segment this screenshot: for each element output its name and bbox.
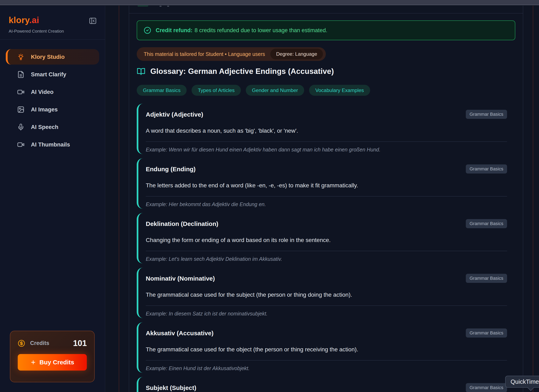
card-example: Example: Let's learn sech Adjektiv Dekli…: [146, 256, 507, 262]
card-category-badge: Grammar Basics: [466, 110, 507, 119]
banner-message: 8 credits refunded due to lower usage th…: [195, 27, 327, 34]
scrolled-element-edge: [160, 6, 161, 7]
card-divider: [146, 251, 507, 251]
card-term: Subjekt (Subject): [146, 383, 196, 391]
card-definition: The letters added to the end of a word (…: [146, 182, 507, 189]
card-example: Example: Einen Hund ist der Akkusativobj…: [146, 365, 507, 371]
audience-text: This material is tailored for Student • …: [144, 51, 265, 57]
quicktime-tooltip-label: QuickTime: [510, 378, 539, 385]
sidebar-item-ai-thumbnails[interactable]: AI Thumbnails: [6, 137, 99, 152]
sidebar-item-ai-speech[interactable]: AI Speech: [6, 119, 99, 135]
credits-value: 101: [73, 339, 87, 348]
banner-text: Credit refund:8 credits refunded due to …: [156, 27, 327, 34]
sidebar-item-label: Klory Studio: [31, 54, 65, 60]
card-category-badge: Grammar Basics: [466, 165, 507, 174]
credits-card: Credits 101 Buy Credits: [10, 331, 95, 382]
card-example: Example: Wenn wir für diesen Hund einen …: [146, 147, 507, 153]
microphone-icon: [17, 123, 24, 131]
scrolled-element-edge: [138, 5, 148, 6]
document-icon: [17, 71, 24, 78]
card-divider: [146, 196, 507, 196]
lightbulb-icon: [17, 53, 24, 61]
sidebar-item-ai-images[interactable]: AI Images: [6, 102, 99, 117]
card-category-badge: Grammar Basics: [466, 219, 507, 228]
sidebar-collapse-icon[interactable]: [88, 17, 97, 25]
main-panel: Credit refund:8 credits refunded due to …: [129, 5, 523, 392]
credits-label: Credits: [30, 340, 49, 346]
card-term: Endung (Ending): [146, 165, 196, 173]
sidebar-item-label: AI Images: [31, 106, 58, 113]
sidebar-item-label: AI Thumbnails: [31, 141, 70, 148]
buy-credits-button[interactable]: Buy Credits: [18, 354, 87, 371]
dollar-coin-icon: [18, 340, 25, 347]
card-term: Akkusativ (Accusative): [146, 329, 213, 337]
scrolled-content-remnant: [129, 5, 523, 13]
card-term: Deklination (Declination): [146, 219, 218, 227]
app-logo: klory.ai: [9, 16, 39, 24]
card-definition: The grammatical case used for the object…: [146, 346, 507, 353]
card-category-badge: Grammar Basics: [466, 329, 507, 338]
card-definition: A word that describes a noun, such as 'b…: [146, 127, 507, 134]
sidebar-item-label: Smart Clarify: [31, 71, 66, 78]
video-camera-icon: [17, 141, 24, 148]
card-example: Example: Hier bekommt das Adjektiv die E…: [146, 201, 507, 207]
glossary-card: Akkusativ (Accusative) Grammar Basics Th…: [137, 322, 515, 373]
glossary-card: Endung (Ending) Grammar Basics The lette…: [137, 158, 515, 209]
audience-badge: This material is tailored for Student • …: [137, 47, 326, 61]
capture-edge-right: [533, 5, 533, 392]
glossary-card: Subjekt (Subject) Grammar Basics: [137, 377, 515, 392]
sidebar: klory.ai AI-Powered Content Creation Klo…: [0, 5, 105, 392]
banner-title: Credit refund:: [156, 27, 192, 34]
card-divider: [146, 141, 507, 142]
menu-bar: [0, 0, 539, 5]
card-category-badge: Grammar Basics: [466, 274, 507, 283]
card-category-badge: Grammar Basics: [466, 383, 507, 392]
tag-gender-and-number[interactable]: Gender and Number: [246, 85, 304, 96]
buy-credits-label: Buy Credits: [39, 359, 74, 366]
sidebar-nav: Klory Studio Smart Clarify AI Video: [0, 40, 105, 152]
check-circle-icon: [144, 27, 151, 34]
topic-tags: Grammar Basics Types of Articles Gender …: [137, 85, 515, 96]
card-divider: [146, 305, 507, 306]
glossary-content: Credit refund:8 credits refunded due to …: [129, 13, 523, 392]
image-icon: [17, 106, 24, 113]
tag-grammar-basics[interactable]: Grammar Basics: [137, 85, 187, 96]
glossary-card: Deklination (Declination) Grammar Basics…: [137, 213, 515, 263]
card-term: Adjektiv (Adjective): [146, 110, 203, 118]
tag-vocabulary-examples[interactable]: Vocabulary Examples: [309, 85, 370, 96]
glossary-card: Nominativ (Nominative) Grammar Basics Th…: [137, 268, 515, 318]
plus-icon: [30, 359, 36, 365]
sidebar-item-label: AI Video: [31, 89, 54, 95]
card-example: Example: In diesem Satz ich ist der nomi…: [146, 311, 507, 317]
app-tagline: AI-Powered Content Creation: [0, 25, 105, 34]
quicktime-tooltip: QuickTime: [505, 376, 539, 388]
page-title: Glossary: German Adjective Endings (Accu…: [150, 67, 334, 76]
sidebar-item-klory-studio[interactable]: Klory Studio: [6, 49, 99, 65]
video-camera-icon: [17, 88, 24, 96]
card-definition: Changing the form or ending of a word ba…: [146, 237, 507, 243]
capture-edge-left: [119, 5, 119, 392]
sidebar-item-smart-clarify[interactable]: Smart Clarify: [6, 67, 99, 82]
credit-refund-banner: Credit refund:8 credits refunded due to …: [137, 20, 515, 40]
glossary-card: Adjektiv (Adjective) Grammar Basics A wo…: [137, 104, 515, 154]
degree-badge: Degree: Language: [270, 49, 323, 59]
card-definition: The grammatical case used for the subjec…: [146, 291, 507, 298]
book-open-icon: [137, 67, 145, 76]
scrolled-element-edge: [167, 6, 169, 7]
card-term: Nominativ (Nominative): [146, 274, 215, 282]
card-divider: [146, 360, 507, 360]
tag-types-of-articles[interactable]: Types of Articles: [192, 85, 241, 96]
sidebar-item-label: AI Speech: [31, 124, 58, 131]
sidebar-item-ai-video[interactable]: AI Video: [6, 84, 99, 100]
